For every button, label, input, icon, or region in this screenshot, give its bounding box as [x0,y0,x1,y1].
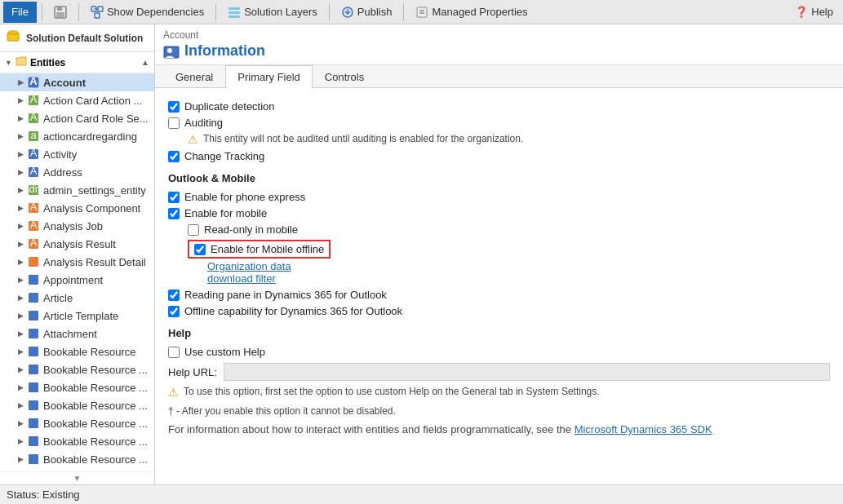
svg-rect-5 [95,13,100,18]
show-dependencies-button[interactable]: Show Dependencies [84,2,211,23]
warning-icon-help: ⚠ [168,386,179,399]
entities-label: Entities [30,57,65,69]
sidebar-item-13[interactable]: ▶ Article Template [0,307,154,325]
help-section-title: Help [168,327,830,339]
sidebar-item-5[interactable]: ▶ A Address [0,163,154,181]
entity-icon-4: A [27,148,40,161]
enable-offline-label: Enable for Mobile offline [211,243,324,255]
save-button[interactable] [47,2,73,23]
entity-icon-5: A [27,166,40,179]
entity-icon-19 [27,417,40,430]
sidebar-scroll-down[interactable]: ▼ [73,474,82,483]
readonly-mobile-checkbox[interactable] [188,224,199,236]
toolbar-right: ❓ Help [788,2,840,23]
solution-layers-button[interactable]: Solution Layers [221,2,324,23]
sidebar-item-6[interactable]: ▶ adm admin_settings_entity [0,181,154,199]
sidebar-item-12-label: Article [43,292,73,304]
enable-phone-checkbox[interactable] [168,192,180,203]
status-text: Status: Existing [7,489,80,501]
solution-icon [7,29,21,46]
duplicate-detection-label: Duplicate detection [184,100,275,113]
download-filter-link[interactable]: download filter [207,272,830,285]
sidebar-item-18-label: Bookable Resource ... [43,400,148,412]
reading-pane-checkbox[interactable] [168,290,180,301]
svg-rect-1 [57,7,62,11]
tab-general[interactable]: General [163,65,225,88]
sidebar-item-2[interactable]: ▶ A Action Card Role Se... [0,109,154,127]
change-tracking-checkbox[interactable] [168,151,180,162]
sidebar-item-10-label: Analysis Result Detail [43,256,146,268]
sidebar-item-16[interactable]: ▶ Bookable Resource ... [0,360,154,378]
file-button[interactable]: File [3,2,37,23]
offline-capability-checkbox[interactable] [168,306,180,317]
svg-rect-41 [29,311,38,321]
duplicate-detection-checkbox[interactable] [168,101,180,113]
sidebar-scroll-up[interactable]: ▲ [141,58,149,67]
svg-rect-8 [228,7,240,10]
entities-chevron[interactable]: ▼ [5,59,12,67]
use-custom-help-checkbox[interactable] [168,347,180,358]
entity-icon-7: A [27,201,40,214]
sidebar-item-9[interactable]: ▶ A Analysis Result [0,235,154,253]
enable-phone-row: Enable for phone express [168,191,830,203]
help-url-label: Help URL: [168,366,217,378]
sidebar-item-1-label: Action Card Action ... [43,95,142,107]
sidebar-item-20[interactable]: ▶ Bookable Resource ... [0,432,154,450]
sidebar-item-11[interactable]: ▶ Appointment [0,271,154,289]
sdk-link[interactable]: Microsoft Dynamics 365 SDK [575,423,712,435]
sidebar-item-15-label: Bookable Resource [43,346,135,358]
sidebar-item-17[interactable]: ▶ Bookable Resource ... [0,378,154,396]
sidebar-item-18[interactable]: ▶ Bookable Resource ... [0,396,154,414]
org-data-link[interactable]: Organization data [207,260,830,272]
sidebar-item-8[interactable]: ▶ A Analysis Job [0,217,154,235]
sidebar-item-14[interactable]: ▶ Attachment [0,325,154,343]
enable-mobile-checkbox[interactable] [168,208,180,219]
sidebar-item-2-label: Action Card Role Se... [43,113,149,125]
entities-folder-icon [16,55,27,69]
save-icon [54,6,67,19]
sidebar-item-7[interactable]: ▶ A Analysis Component [0,199,154,217]
tab-controls[interactable]: Controls [313,65,376,88]
svg-rect-46 [29,400,38,410]
reading-pane-row: Reading pane in Dynamics 365 for Outlook [168,289,830,301]
enable-mobile-label: Enable for mobile [184,207,267,219]
form-content: Duplicate detection Auditing ⚠ This enti… [155,88,843,484]
help-url-input[interactable] [224,363,830,381]
change-tracking-label: Change Tracking [184,150,264,162]
help-button[interactable]: ❓ Help [788,2,840,23]
sidebar-item-15[interactable]: ▶ Bookable Resource [0,343,154,360]
svg-point-54 [167,48,172,53]
sidebar-header: Solution Default Solution [0,24,154,52]
sidebar-item-14-label: Attachment [43,328,97,340]
sidebar-item-4[interactable]: ▶ A Activity [0,145,154,163]
sidebar-item-12[interactable]: ▶ Article [0,289,154,307]
sidebar-item-account[interactable]: ▶ A Account [0,73,154,91]
help-url-row: Help URL: [168,363,830,381]
sidebar-item-3[interactable]: ▶ a actioncardregarding [0,127,154,145]
entity-icon-1: A [27,94,40,107]
sidebar-item-8-label: Analysis Job [43,220,103,232]
entity-icon-16 [27,363,40,376]
entities-header: ▼ Entities ▲ [0,52,154,73]
sidebar-item-19[interactable]: ▶ Bookable Resource ... [0,414,154,432]
publish-label: Publish [357,6,393,18]
change-tracking-row: Change Tracking [168,150,830,162]
auditing-checkbox[interactable] [168,117,180,129]
publish-button[interactable]: Publish [335,2,399,23]
sidebar-item-20-label: Bookable Resource ... [43,435,148,448]
sidebar-item-21[interactable]: ▶ Bookable Resource ... [0,450,154,468]
enable-mobile-row: Enable for mobile [168,207,830,219]
svg-rect-2 [56,12,64,17]
separator-1 [42,3,42,21]
managed-properties-button[interactable]: Managed Properties [409,2,534,23]
enable-offline-highlight: Enable for Mobile offline [188,240,331,259]
entity-header: Account Information [155,24,843,65]
enable-offline-checkbox[interactable] [194,244,206,255]
sidebar-item-4-label: Activity [43,148,77,161]
solution-layers-label: Solution Layers [244,6,317,18]
sidebar-item-10[interactable]: ▶ Analysis Result Detail [0,253,154,271]
enable-phone-label: Enable for phone express [184,191,305,203]
sidebar-item-1[interactable]: ▶ A Action Card Action ... [0,91,154,109]
tab-primary-field[interactable]: Primary Field [225,65,313,88]
auditing-warning-text: This entity will not be audited until au… [203,133,523,144]
